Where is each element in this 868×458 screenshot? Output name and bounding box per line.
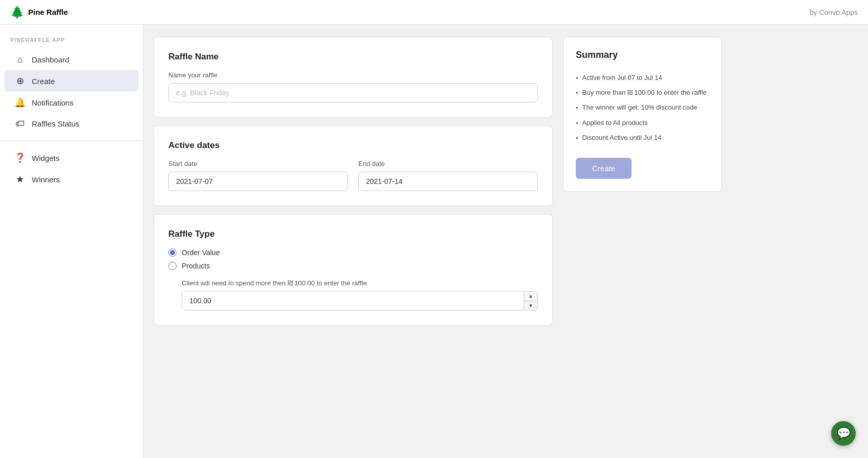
raffle-type-title: Raffle Type bbox=[168, 229, 538, 239]
radio-products-label: Products bbox=[182, 262, 210, 270]
create-icon: ⊕ bbox=[14, 75, 26, 87]
spin-down-button[interactable]: ▼ bbox=[524, 301, 537, 310]
raffle-type-radio-group: Order Value Products bbox=[168, 248, 538, 270]
start-date-field: Start date bbox=[168, 160, 348, 191]
sidebar-item-label-notifications: Notifications bbox=[32, 98, 74, 107]
end-date-input[interactable] bbox=[358, 172, 538, 191]
sidebar: PINERAFFLE APP ⌂ Dashboard ⊕ Create 🔔 No… bbox=[0, 25, 143, 458]
amount-input-wrapper: ▲ ▼ bbox=[182, 291, 538, 310]
amount-input[interactable] bbox=[182, 292, 524, 310]
radio-products[interactable]: Products bbox=[168, 262, 538, 270]
sidebar-item-widgets[interactable]: ❓ Widgets bbox=[4, 147, 139, 169]
raffle-name-field-label: Name your raffle bbox=[168, 71, 538, 79]
sidebar-item-label-widgets: Widgets bbox=[32, 154, 59, 162]
tag-icon: 🏷 bbox=[14, 118, 26, 129]
dates-row: Start date End date bbox=[168, 160, 538, 191]
radio-order-value-label: Order Value bbox=[182, 248, 220, 257]
sidebar-item-winners[interactable]: ★ Winners bbox=[4, 169, 139, 190]
brand-name: Pine Raffle bbox=[28, 8, 68, 16]
home-icon: ⌂ bbox=[14, 54, 26, 65]
chat-icon: 💬 bbox=[837, 427, 851, 440]
radio-products-input[interactable] bbox=[168, 262, 177, 270]
summary-item-0: Active from Jul 07 to Jul 14 bbox=[576, 71, 709, 86]
brand: 🌲 Pine Raffle bbox=[10, 6, 68, 19]
sidebar-item-notifications[interactable]: 🔔 Notifications bbox=[4, 92, 139, 113]
summary-item-2: The winner will get: 10% discount code bbox=[576, 100, 709, 115]
chat-bubble[interactable]: 💬 bbox=[831, 421, 856, 446]
end-date-field: End date bbox=[358, 160, 538, 191]
start-date-label: Start date bbox=[168, 160, 348, 168]
summary-item-3: Applies to All products bbox=[576, 116, 709, 131]
raffle-name-card: Raffle Name Name your raffle bbox=[154, 37, 553, 117]
raffle-type-card: Raffle Type Order Value Products Client … bbox=[154, 214, 553, 325]
sidebar-item-label-dashboard: Dashboard bbox=[32, 55, 69, 64]
spin-up-button[interactable]: ▲ bbox=[524, 292, 537, 301]
star-icon: ★ bbox=[14, 174, 26, 185]
radio-order-value-input[interactable] bbox=[168, 248, 177, 257]
active-dates-card: Active dates Start date End date bbox=[154, 126, 553, 206]
topbar-by-text: by Convo Apps bbox=[810, 8, 858, 16]
brand-icon: 🌲 bbox=[10, 6, 24, 19]
summary-panel: Summary Active from Jul 07 to Jul 14 Buy… bbox=[563, 37, 722, 446]
sidebar-section-label: PINERAFFLE APP bbox=[0, 37, 143, 49]
summary-item-1: Buy more than ₪ 100.00 to enter the raff… bbox=[576, 86, 709, 100]
question-icon: ❓ bbox=[14, 152, 26, 163]
summary-title: Summary bbox=[576, 50, 709, 60]
create-button[interactable]: Create bbox=[576, 158, 632, 179]
bell-icon: 🔔 bbox=[14, 97, 26, 108]
end-date-label: End date bbox=[358, 160, 538, 168]
raffle-name-input[interactable] bbox=[168, 83, 538, 102]
summary-list: Active from Jul 07 to Jul 14 Buy more th… bbox=[576, 71, 709, 145]
sidebar-item-create[interactable]: ⊕ Create bbox=[4, 70, 139, 92]
start-date-input[interactable] bbox=[168, 172, 348, 191]
main-content: Raffle Name Name your raffle Active date… bbox=[143, 25, 868, 458]
sidebar-item-dashboard[interactable]: ⌂ Dashboard bbox=[4, 49, 139, 70]
sidebar-item-raffles-status[interactable]: 🏷 Raffles Status bbox=[4, 113, 139, 134]
raffle-name-title: Raffle Name bbox=[168, 52, 538, 62]
radio-order-value[interactable]: Order Value bbox=[168, 248, 538, 257]
summary-card: Summary Active from Jul 07 to Jul 14 Buy… bbox=[563, 37, 722, 192]
spend-label: Client will need to spend more then ₪ 10… bbox=[182, 279, 538, 287]
sidebar-item-label-winners: Winners bbox=[32, 175, 60, 184]
active-dates-title: Active dates bbox=[168, 140, 538, 151]
summary-item-4: Discount Active until Jul 14 bbox=[576, 131, 709, 145]
sidebar-item-label-create: Create bbox=[32, 77, 55, 86]
form-area: Raffle Name Name your raffle Active date… bbox=[154, 37, 553, 446]
topbar: 🌲 Pine Raffle by Convo Apps bbox=[0, 0, 868, 25]
sidebar-item-label-raffles-status: Raffles Status bbox=[32, 119, 79, 128]
number-spinners: ▲ ▼ bbox=[524, 292, 537, 310]
